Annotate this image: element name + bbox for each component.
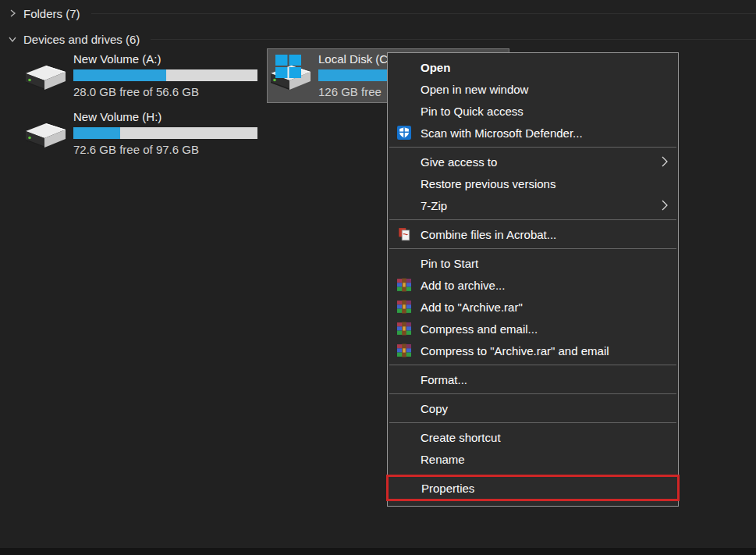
section-label: Devices and drives (6) <box>23 33 140 46</box>
winrar-icon <box>396 300 412 314</box>
icon-spacer <box>396 176 412 190</box>
menu-item-copy[interactable]: Copy <box>388 397 678 419</box>
drive-icon <box>267 48 318 103</box>
icon-spacer <box>396 256 412 270</box>
menu-item-label: Give access to <box>421 155 497 169</box>
drive-tile-new-volume-a[interactable]: New Volume (A:) 28.0 GB free of 56.6 GB <box>22 48 264 103</box>
menu-item-label: Combine files in Acrobat... <box>421 228 556 241</box>
menu-item-restore-previous-versions[interactable]: Restore previous versions <box>388 173 678 194</box>
menu-item-give-access-to[interactable]: Give access to <box>388 151 678 173</box>
drive-tile-new-volume-h[interactable]: New Volume (H:) 72.6 GB free of 97.6 GB <box>22 106 264 161</box>
menu-item-label: Open in new window <box>421 83 528 96</box>
defender-shield-icon <box>396 126 412 140</box>
menu-item-label: Properties <box>421 482 474 495</box>
chevron-down-icon <box>8 34 17 44</box>
menu-item-label: Add to "Archive.rar" <box>421 301 523 314</box>
menu-item-label: Rename <box>421 453 465 466</box>
menu-item-label: 7-Zip <box>421 199 447 212</box>
icon-spacer <box>396 60 412 74</box>
drive-free-space: 72.6 GB free of 97.6 GB <box>73 143 264 156</box>
menu-item-scan-with-defender[interactable]: Scan with Microsoft Defender... <box>388 122 678 144</box>
menu-item-label: Pin to Start <box>421 257 478 270</box>
annotation-highlight-box: Properties <box>386 475 680 501</box>
winrar-icon <box>396 343 412 358</box>
menu-item-label: Open <box>421 61 450 74</box>
chevron-right-icon <box>8 9 17 18</box>
icon-spacer <box>396 104 412 118</box>
capacity-bar <box>73 69 257 81</box>
menu-item-label: Compress and email... <box>421 322 538 336</box>
menu-item-open[interactable]: Open <box>388 56 678 78</box>
hard-drive-icon <box>22 59 69 95</box>
menu-item-label: Restore previous versions <box>421 177 555 190</box>
menu-item-pin-to-start[interactable]: Pin to Start <box>388 252 678 274</box>
icon-spacer <box>396 401 412 415</box>
menu-separator <box>389 393 676 394</box>
acrobat-combine-icon <box>396 227 412 241</box>
menu-item-add-to-archive-rar[interactable]: Add to "Archive.rar" <box>388 296 678 318</box>
menu-separator <box>389 248 676 249</box>
section-divider <box>91 13 756 14</box>
menu-item-rename[interactable]: Rename <box>388 448 678 470</box>
section-header-devices[interactable]: Devices and drives (6) <box>8 31 756 47</box>
icon-spacer <box>396 82 412 96</box>
menu-separator <box>389 422 676 423</box>
context-menu: OpenOpen in new windowPin to Quick acces… <box>387 52 679 507</box>
menu-item-open-in-new-window[interactable]: Open in new window <box>388 78 678 100</box>
icon-spacer <box>397 481 413 495</box>
menu-item-label: Add to archive... <box>421 279 505 292</box>
capacity-bar <box>73 127 257 139</box>
section-label: Folders (7) <box>23 7 80 20</box>
icon-spacer <box>396 198 412 212</box>
submenu-arrow-icon <box>659 155 670 170</box>
menu-item-format[interactable]: Format... <box>388 368 678 390</box>
capacity-bar-fill <box>73 69 166 81</box>
menu-item-label: Compress to "Archive.rar" and email <box>421 344 609 358</box>
capacity-bar-fill <box>73 127 120 139</box>
winrar-icon <box>396 322 412 336</box>
menu-item-label: Copy <box>421 402 448 415</box>
menu-item-label: Pin to Quick access <box>421 105 524 118</box>
icon-spacer <box>396 372 412 386</box>
menu-item-add-to-archive[interactable]: Add to archive... <box>388 274 678 296</box>
icon-spacer <box>396 452 412 466</box>
hard-drive-icon <box>22 117 69 153</box>
menu-item-label: Format... <box>421 373 467 386</box>
menu-item-label: Scan with Microsoft Defender... <box>421 126 583 140</box>
drive-name: New Volume (H:) <box>73 110 264 124</box>
menu-item-combine-files-in-acrobat[interactable]: Combine files in Acrobat... <box>388 223 678 245</box>
drive-free-space: 28.0 GB free of 56.6 GB <box>73 85 264 98</box>
menu-item-label: Create shortcut <box>421 431 501 444</box>
winrar-icon <box>396 278 412 292</box>
menu-item-pin-to-quick-access[interactable]: Pin to Quick access <box>388 100 678 122</box>
menu-item-seven-zip[interactable]: 7-Zip <box>388 194 678 216</box>
menu-item-properties[interactable]: Properties <box>389 477 677 499</box>
menu-item-compress-and-email[interactable]: Compress and email... <box>388 318 678 340</box>
drive-name: New Volume (A:) <box>73 52 264 66</box>
drive-icon <box>22 48 73 103</box>
section-header-folders[interactable]: Folders (7) <box>8 5 756 21</box>
menu-separator <box>389 219 676 220</box>
menu-item-create-shortcut[interactable]: Create shortcut <box>388 426 678 448</box>
bottom-edge-strip <box>0 548 756 555</box>
menu-item-compress-to-archive-rar-and-email[interactable]: Compress to "Archive.rar" and email <box>388 340 678 361</box>
menu-separator <box>389 147 676 148</box>
icon-spacer <box>396 430 412 444</box>
windows-logo-icon <box>275 53 303 80</box>
section-divider <box>151 39 756 40</box>
submenu-arrow-icon <box>659 199 670 214</box>
drive-icon <box>22 106 73 161</box>
icon-spacer <box>396 155 412 169</box>
menu-separator <box>389 365 676 365</box>
